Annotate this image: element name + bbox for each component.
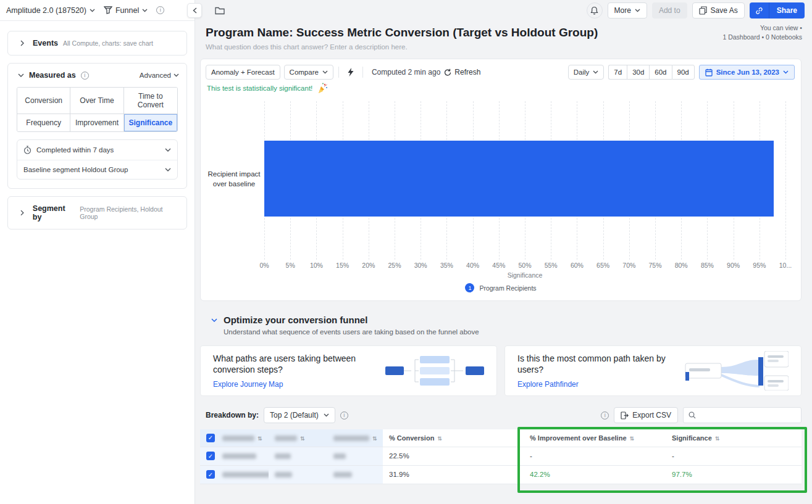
table-row[interactable]: ✓ 31.9% 42.2% 97.7% (200, 465, 802, 484)
x-tick-label: 45% (492, 262, 505, 269)
date-range-button[interactable]: Since Jun 13, 2023 (699, 65, 795, 80)
workspace-selector[interactable]: Amplitude 2.0 (187520) (6, 6, 95, 15)
y-axis-label: Recipient impact over baseline (207, 169, 261, 189)
copy-link-button[interactable] (750, 2, 769, 19)
improvement-column-header[interactable]: % Improvement over Baseline⇅ (524, 429, 666, 447)
page-title[interactable]: Program Name: Success Metric Conversion … (206, 26, 805, 39)
x-tick-label: 70% (622, 262, 635, 269)
measure-option-conversion[interactable]: Conversion (17, 88, 70, 114)
measure-option-significance[interactable]: Significance (124, 114, 177, 131)
range-30d-button[interactable]: 30d (627, 65, 649, 80)
measure-option-frequency[interactable]: Frequency (17, 114, 70, 131)
x-tick-label: 75% (648, 262, 661, 269)
measure-option-time-to-convert[interactable]: Time to Convert (124, 88, 177, 114)
party-popper-icon (316, 82, 329, 94)
chevron-down-icon[interactable] (211, 318, 217, 323)
range-90d-button[interactable]: 90d (672, 65, 695, 80)
sidebar-collapse-button[interactable] (187, 3, 202, 18)
segment-column-header[interactable]: ⇅ (216, 429, 269, 447)
measured-as-title: Measured as (29, 71, 76, 80)
share-button[interactable]: Share (769, 2, 805, 19)
folder-icon[interactable] (215, 6, 225, 15)
segment-by-panel[interactable]: Segment by Program Recipients, Holdout G… (7, 196, 187, 229)
measured-as-header[interactable]: Measured as i Advanced (8, 64, 186, 87)
refresh-button[interactable]: Refresh (444, 68, 480, 76)
journey-map-card[interactable]: What paths are users taking between conv… (200, 345, 497, 396)
copy-icon (699, 6, 707, 15)
x-tick-label: 55% (545, 262, 558, 269)
page-description-placeholder[interactable]: What question does this chart answer? En… (206, 43, 812, 51)
gridline (785, 101, 786, 260)
chart-toolbar: Anomaly + Forecast Compare Computed 2 mi… (201, 59, 801, 80)
blurred-text (275, 436, 297, 441)
significance-cell: - (666, 447, 802, 465)
more-button[interactable]: More (608, 2, 647, 19)
measure-option-over-time[interactable]: Over Time (70, 88, 123, 114)
permissions-text: You can view • (722, 23, 802, 33)
x-tick-label: 60% (571, 262, 584, 269)
events-summary: All Compute, charts: save chart (63, 39, 153, 47)
chart-type-selector[interactable]: Funnel (104, 6, 148, 15)
anomaly-forecast-button[interactable]: Anomaly + Forecast (206, 65, 280, 80)
explore-journey-map-link[interactable]: Explore Journey Map (213, 380, 283, 389)
breakdown-table-wrap: ✓ ⇅ ⇅ ⇅ % Conversion⇅ % Improvement over… (200, 429, 802, 484)
row-checkbox[interactable]: ✓ (206, 452, 215, 460)
improvement-cell: - (524, 447, 666, 465)
info-icon[interactable]: i (81, 72, 89, 80)
count-column-header[interactable]: ⇅ (269, 429, 327, 447)
add-to-button[interactable]: Add to (652, 2, 687, 19)
info-icon[interactable]: i (601, 411, 609, 419)
divider (338, 67, 339, 78)
chart-type-label: Funnel (115, 6, 139, 15)
explore-pathfinder-link[interactable]: Explore Pathfinder (517, 380, 579, 389)
measure-option-improvement[interactable]: Improvement (70, 114, 123, 131)
range-7d-button[interactable]: 7d (608, 65, 627, 80)
conversion-column-header[interactable]: ⇅ (327, 429, 383, 447)
x-tick-label: 5% (286, 262, 295, 269)
advanced-dropdown[interactable]: Advanced (140, 72, 179, 79)
info-icon[interactable]: i (156, 6, 164, 14)
notifications-button[interactable] (587, 2, 603, 19)
chevron-down-icon (783, 70, 789, 74)
computed-timestamp: Computed 2 min ago (372, 68, 440, 76)
quick-insights-button[interactable] (344, 67, 358, 78)
table-search[interactable] (683, 407, 802, 423)
x-tick-label: 25% (388, 262, 401, 269)
significance-bar[interactable] (264, 141, 774, 217)
pct-conversion-cell: 31.9% (383, 465, 524, 484)
optimize-section-header: Optimize your conversion funnel Understa… (211, 315, 812, 336)
granularity-dropdown[interactable]: Daily (568, 65, 605, 80)
baseline-segment-row[interactable]: Baseline segment Holdout Group (17, 160, 177, 179)
range-60d-button[interactable]: 60d (649, 65, 671, 80)
sort-icon: ⇅ (257, 436, 262, 442)
search-input[interactable] (700, 411, 796, 419)
chart-legend[interactable]: 1 Program Recipients (201, 283, 801, 292)
funnel-icon (104, 6, 112, 14)
select-all-checkbox[interactable]: ✓ (206, 434, 215, 442)
row-checkbox[interactable]: ✓ (206, 470, 215, 479)
improvement-cell: 42.2% (524, 465, 666, 484)
completed-within-label: Completed within 7 days (36, 146, 114, 154)
pathfinder-card[interactable]: Is this the most common path taken by us… (504, 345, 802, 396)
segment-cell-blurred (216, 447, 269, 465)
events-panel[interactable]: Events All Compute, charts: save chart (7, 31, 187, 56)
x-tick-label: 20% (362, 262, 375, 269)
compare-button[interactable]: Compare (284, 65, 333, 80)
significance-column-header[interactable]: Significance⇅ (666, 429, 802, 447)
significance-cell: 97.7% (666, 465, 802, 484)
breakdown-selector[interactable]: Top 2 (Default) (264, 407, 335, 423)
export-csv-button[interactable]: Export CSV (614, 407, 678, 423)
info-icon[interactable]: i (340, 411, 348, 419)
pct-conversion-column-header[interactable]: % Conversion⇅ (383, 429, 524, 447)
completed-within-row[interactable]: Completed within 7 days (17, 140, 177, 160)
significance-message: This test is statistically significant! (207, 82, 801, 94)
view-meta: You can view • 1 Dashboard • 0 Notebooks (722, 23, 802, 42)
chevron-right-icon (20, 210, 24, 216)
plot-area (264, 96, 785, 260)
table-row[interactable]: ✓ 22.5% - - (200, 447, 802, 465)
x-tick-label: 85% (701, 262, 714, 269)
x-tick-label: 0% (259, 262, 269, 269)
save-as-button[interactable]: Save As (692, 2, 745, 19)
chevron-down-icon (165, 168, 171, 171)
x-tick-label: 65% (596, 262, 609, 269)
